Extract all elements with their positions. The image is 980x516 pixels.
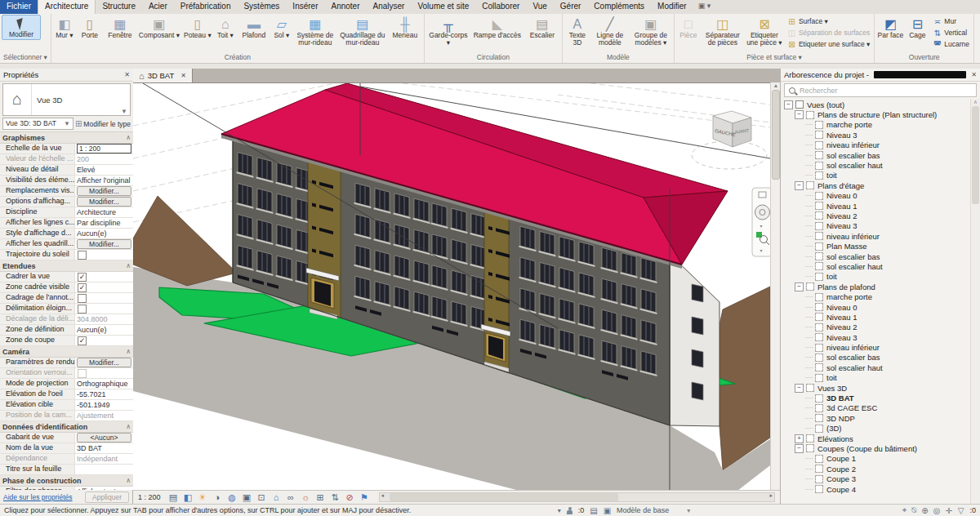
ribbon-button-plafond[interactable]: ▬Plafond (238, 15, 270, 41)
tree-item-3d[interactable]: (3D) (781, 424, 971, 434)
tree-item-3d-cage-esc[interactable]: 3d CAGE ESC (781, 403, 971, 413)
property-value-afficher-les-lignes-c[interactable]: Par discipline (74, 218, 133, 228)
close-view-icon[interactable]: ✕ (180, 72, 186, 79)
property-value-trajectoire-du-soleil[interactable] (74, 250, 133, 260)
property-value-options-d-affichag[interactable]: Modifier... (74, 197, 133, 207)
tree-item-niveau-2[interactable]: Niveau 2 (781, 211, 971, 220)
tree-item-toit[interactable]: toit (781, 373, 971, 383)
property-value-delimitation-eloign[interactable] (74, 304, 133, 314)
ribbon-tab-inserer[interactable]: Insérer (286, 0, 324, 14)
select-underlay-icon[interactable]: ⍉ (911, 505, 916, 515)
ribbon-tab-annoter[interactable]: Annoter (324, 0, 366, 14)
ribbon-tab-modifier[interactable]: Modifier (651, 0, 693, 14)
browser-scrollbar[interactable]: ∧ (970, 99, 980, 504)
ribbon-button-garde-corps[interactable]: ╥Garde-corps ▾ (426, 15, 470, 48)
temporary-view-properties-icon[interactable]: ⊞ (315, 492, 326, 503)
ribbon-tab-structure[interactable]: Structure (96, 0, 142, 14)
steering-wheel-icon[interactable] (755, 205, 770, 220)
viewport-horizontal-scrollbar[interactable]: ◂▸ (379, 492, 775, 502)
worksets-icon[interactable]: ▤ (590, 506, 597, 515)
property-section-etendues[interactable]: Etendues∧ (0, 260, 133, 272)
property-value-zone-de-coupe[interactable]: ✓ (74, 336, 133, 345)
ribbon-button-vertical[interactable]: ⇅Vertical (930, 27, 972, 38)
property-value-gabarit-de-vue[interactable]: <Aucun> (74, 433, 133, 443)
tree-item-sol-escalier-haut[interactable]: sol escalier haut (781, 261, 971, 271)
editing-requests-icon[interactable] (567, 507, 572, 514)
save-orientation-icon[interactable]: ⌂ (271, 492, 282, 503)
tree-item-plans-d-etage[interactable]: −Plans d'étage (781, 180, 971, 190)
ribbon-button-par-face[interactable]: ◩Par face (876, 15, 904, 41)
property-value-nom-de-la-vue[interactable]: 3D BAT (74, 443, 133, 453)
tree-item-plan-masse[interactable]: Plan Masse (781, 241, 971, 251)
ribbon-button-ligne-de-modele[interactable]: ╱Ligne de modèle (591, 15, 629, 48)
show-crop-region-icon[interactable]: ⊡ (256, 492, 267, 503)
ribbon-button-etiqueter-une-piece[interactable]: ⊠Etiqueter une pièce ▾ (745, 15, 784, 48)
tree-item-vues-tout[interactable]: −Vues (tout) (781, 100, 971, 109)
chevron-down-icon[interactable]: ▾ (558, 507, 561, 514)
ribbon-button-mur[interactable]: ◧Mur ▾ (53, 15, 76, 41)
tree-expander-icon[interactable]: − (795, 282, 804, 291)
ribbon-button-porte[interactable]: ▯Porte (77, 15, 103, 41)
tree-item-toit[interactable]: toit (781, 272, 971, 282)
tree-item-niveau-inferieur[interactable]: niveau inférieur (781, 342, 971, 352)
ribbon-button-quadrillage-du-mur-rideau[interactable]: ▤Quadrillage du mur-rideau (338, 15, 387, 48)
ribbon-button-meneau[interactable]: ╫Meneau (388, 15, 422, 41)
property-value-visibilite-des-eleme[interactable]: Afficher l'original (74, 176, 133, 185)
property-value-zone-cadree-visible[interactable]: ✓ (74, 282, 133, 292)
ribbon-button-surface[interactable]: ⊞Surface ▾ (785, 16, 872, 27)
analytical-model-icon[interactable]: ⚑ (359, 492, 370, 503)
ribbon-tab-prefabrication[interactable]: Préfabrication (174, 0, 238, 14)
view-selector-dropdown[interactable]: Vue 3D: 3D BAT ▼ (2, 118, 74, 130)
viewcube[interactable]: GAUCHE AVANT (692, 111, 767, 169)
tree-expander-icon[interactable]: − (795, 444, 804, 453)
tree-item-marche-porte[interactable]: marche porte (781, 120, 971, 130)
design-options-icon[interactable]: ▣ (604, 506, 611, 515)
ribbon-button-fenetre[interactable]: ▦Fenêtre (104, 15, 136, 41)
property-value-mode-de-projection[interactable]: Orthographique (74, 379, 133, 389)
tree-item-niveau-inferieur[interactable]: niveau inférieur (781, 231, 971, 241)
ribbon-button-cage[interactable]: ⊟Cage (905, 15, 929, 41)
property-value-remplacements-vis[interactable]: Modifier... (74, 186, 133, 196)
ribbon-button-escalier[interactable]: ▤Escalier (524, 15, 560, 41)
model-view[interactable]: GAUCHE AVANT ▾ ▾ (133, 83, 770, 491)
property-value-discipline[interactable]: Architecture (74, 207, 133, 217)
ribbon-tab-analyser[interactable]: Analyser (367, 0, 412, 14)
crop-view-icon[interactable]: ▣ (242, 492, 252, 503)
property-value-cadrer-la-vue[interactable]: ✓ (74, 272, 133, 282)
tree-item-sol-escalier-bas[interactable]: sol escalier bas (781, 251, 971, 261)
tree-item-niveau-1[interactable]: Niveau 1 (781, 312, 971, 322)
property-section-phase-de-construction[interactable]: Phase de construction∧ (0, 475, 133, 487)
select-by-face-icon[interactable]: ◎ (933, 506, 941, 515)
ribbon-button-separateur-de-pieces[interactable]: ◫Séparateur de pièces (702, 15, 744, 48)
select-pinned-icon[interactable]: ⊕ (921, 506, 928, 515)
tree-expander-icon[interactable]: + (795, 434, 804, 443)
ribbon-button-mur[interactable]: ≍Mur (930, 16, 972, 27)
property-value-titre-sur-la-feuille[interactable] (74, 465, 133, 474)
displacement-icon[interactable]: ⇅ (330, 492, 341, 503)
ribbon-button-poteau[interactable]: ▯Poteau ▾ (182, 15, 213, 41)
tree-item-elevations[interactable]: +Elévations (781, 434, 971, 443)
tree-expander-icon[interactable]: − (784, 100, 793, 109)
drag-on-selection-icon[interactable]: ✛ (945, 506, 951, 515)
filter-icon[interactable]: ▽ (958, 506, 964, 515)
ribbon-button-groupe-de-modeles[interactable]: ▣Groupe de modèles ▾ (630, 15, 672, 48)
select-links-icon[interactable]: ⌖ (902, 505, 907, 515)
tree-item-vues-3d[interactable]: −Vues 3D (781, 383, 971, 393)
property-value-niveau-de-detail[interactable]: Elevé (74, 165, 133, 175)
navigation-bar[interactable]: ▾ ▾ (752, 188, 770, 256)
property-value-elevation-de-l-oeil[interactable]: -55.7021 (74, 389, 133, 399)
ribbon-tab-fichier[interactable]: Fichier (0, 0, 38, 14)
tree-item-plans-de-structure-plan-structurel[interactable]: −Plans de structure (Plan structurel) (781, 109, 971, 119)
modify-type-button[interactable]: ⊞ Modifier le type (75, 119, 131, 128)
property-value-style-d-affichage-d[interactable]: Aucun(e) (74, 229, 133, 238)
ribbon-button-modifier[interactable]: Modifier (2, 15, 41, 40)
tree-item-sol-escalier-bas[interactable]: sol escalier bas (781, 353, 971, 363)
properties-close-icon[interactable]: ✕ (124, 71, 130, 78)
tree-item-3d-bat[interactable]: 3D BAT (781, 393, 971, 403)
tree-expander-icon[interactable]: − (795, 181, 804, 190)
type-selector[interactable]: ⌂ Vue 3D ▼ (2, 83, 131, 116)
detail-level-icon[interactable]: ▤ (168, 492, 179, 503)
ribbon-button-composant[interactable]: ▣Composant ▾ (137, 15, 181, 41)
tree-item-3d-ndp[interactable]: 3D NDP (781, 413, 971, 423)
ribbon-tab-collaborer[interactable]: Collaborer (475, 0, 526, 14)
